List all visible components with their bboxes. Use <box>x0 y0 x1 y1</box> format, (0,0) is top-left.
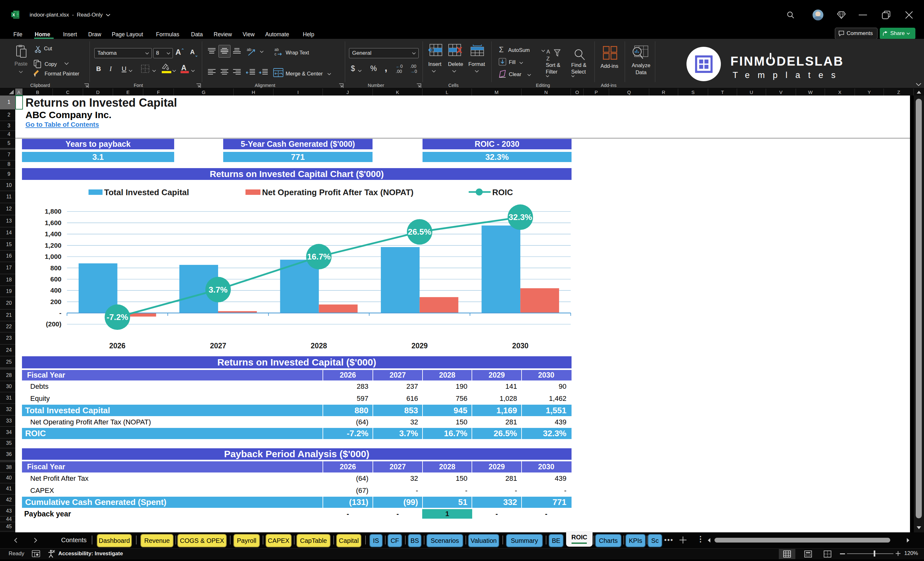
svg-text:1,800: 1,800 <box>45 208 62 215</box>
svg-text:3.7%: 3.7% <box>208 285 227 294</box>
svg-text:1,400: 1,400 <box>45 230 62 237</box>
svg-text:ab: ab <box>274 48 279 52</box>
svg-text:26.5%: 26.5% <box>408 227 431 237</box>
svg-text:800: 800 <box>50 264 62 272</box>
svg-text:(200): (200) <box>46 320 62 328</box>
svg-text:Total Invested Capital: Total Invested Capital <box>104 188 189 197</box>
svg-text:32.3%: 32.3% <box>508 212 532 222</box>
svg-text:ab: ab <box>247 47 251 52</box>
svg-text:c: c <box>274 52 276 56</box>
svg-text:2030: 2030 <box>512 342 528 350</box>
svg-text:2026: 2026 <box>109 342 126 350</box>
svg-text:2028: 2028 <box>311 342 327 350</box>
svg-text:2027: 2027 <box>210 342 226 350</box>
svg-text:200: 200 <box>50 298 62 305</box>
svg-text:X: X <box>12 13 15 17</box>
svg-text:16.7%: 16.7% <box>307 252 331 261</box>
svg-text:1,600: 1,600 <box>45 219 62 226</box>
svg-text:2029: 2029 <box>411 342 428 350</box>
svg-text:ROIC: ROIC <box>492 188 513 197</box>
svg-text:Z: Z <box>546 56 549 62</box>
svg-text:400: 400 <box>50 286 62 294</box>
svg-text:-7.2%: -7.2% <box>106 312 128 322</box>
svg-text:-: - <box>59 309 62 316</box>
svg-text:Net Operating Profit After Tax: Net Operating Profit After Tax (NOPAT) <box>262 188 414 197</box>
svg-text:A: A <box>546 49 550 55</box>
svg-text:600: 600 <box>50 275 62 283</box>
svg-text:1,000: 1,000 <box>45 253 62 260</box>
svg-text:1,200: 1,200 <box>45 242 62 249</box>
